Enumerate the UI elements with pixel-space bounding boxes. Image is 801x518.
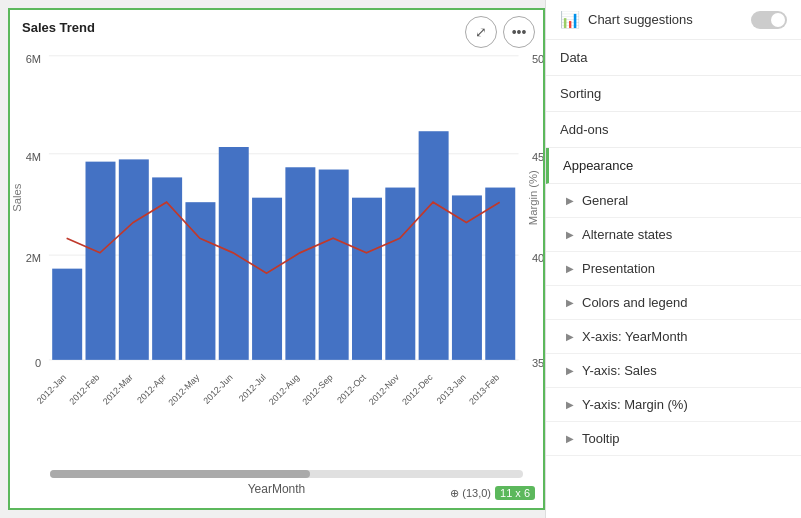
svg-text:2012-Dec: 2012-Dec [400, 372, 435, 407]
svg-text:2012-Oct: 2012-Oct [335, 372, 368, 406]
scrollbar-thumb[interactable] [50, 470, 310, 478]
svg-text:40: 40 [532, 252, 543, 264]
chart-svg-container: 6M 4M 2M 0 50 45 40 35 Sales Margin (%) [10, 40, 543, 468]
svg-text:2012-Feb: 2012-Feb [67, 372, 101, 406]
panel-header-title: Chart suggestions [588, 12, 693, 27]
svg-text:Sales: Sales [11, 183, 23, 212]
svg-rect-23 [352, 198, 382, 360]
svg-text:0: 0 [35, 357, 41, 369]
svg-rect-21 [285, 167, 315, 360]
chevron-icon: ▶ [566, 195, 574, 206]
section-item-general[interactable]: ▶ General [546, 184, 801, 218]
nav-item-sorting[interactable]: Sorting [546, 76, 801, 112]
svg-text:50: 50 [532, 52, 543, 64]
nav-item-addons[interactable]: Add-ons [546, 112, 801, 148]
chart-title: Sales Trend [22, 20, 95, 35]
svg-rect-25 [419, 131, 449, 360]
svg-rect-16 [119, 159, 149, 359]
chart-suggestions-toggle[interactable] [751, 11, 787, 29]
svg-text:2012-Nov: 2012-Nov [367, 372, 402, 407]
svg-rect-14 [52, 269, 82, 360]
svg-rect-22 [319, 170, 349, 360]
coords-badge: ⊕ (13,0) [450, 487, 491, 500]
chevron-icon: ▶ [566, 229, 574, 240]
more-icon: ••• [512, 24, 527, 40]
svg-text:35: 35 [532, 357, 543, 369]
svg-rect-20 [252, 198, 282, 360]
chart-status-bar: ⊕ (13,0) 11 x 6 [450, 486, 535, 500]
svg-rect-17 [152, 177, 182, 359]
section-item-colors-legend[interactable]: ▶ Colors and legend [546, 286, 801, 320]
svg-text:2012-Jul: 2012-Jul [237, 372, 268, 404]
section-item-y-axis-margin[interactable]: ▶ Y-axis: Margin (%) [546, 388, 801, 422]
more-options-button[interactable]: ••• [503, 16, 535, 48]
svg-text:2012-Apr: 2012-Apr [135, 372, 168, 405]
section-item-tooltip[interactable]: ▶ Tooltip [546, 422, 801, 456]
svg-text:Margin (%): Margin (%) [528, 170, 540, 225]
svg-text:2M: 2M [26, 252, 41, 264]
panel-header: 📊 Chart suggestions [546, 0, 801, 40]
svg-text:2012-Sep: 2012-Sep [300, 372, 334, 407]
chevron-icon: ▶ [566, 399, 574, 410]
chevron-icon: ▶ [566, 365, 574, 376]
svg-rect-26 [452, 195, 482, 359]
section-item-x-axis[interactable]: ▶ X-axis: YearMonth [546, 320, 801, 354]
svg-text:45: 45 [532, 150, 543, 162]
svg-rect-27 [485, 188, 515, 360]
x-axis-label: YearMonth [248, 482, 306, 496]
nav-item-data[interactable]: Data [546, 40, 801, 76]
svg-text:2012-Mar: 2012-Mar [101, 372, 135, 406]
svg-text:6M: 6M [26, 52, 41, 64]
chevron-icon: ▶ [566, 297, 574, 308]
section-item-y-axis-sales[interactable]: ▶ Y-axis: Sales [546, 354, 801, 388]
panel-header-left: 📊 Chart suggestions [560, 10, 693, 29]
expand-icon: ⤢ [475, 24, 487, 40]
svg-text:2012-May: 2012-May [166, 372, 201, 408]
scrollbar-track[interactable] [50, 470, 523, 478]
svg-rect-15 [86, 162, 116, 360]
expand-button[interactable]: ⤢ [465, 16, 497, 48]
chevron-icon: ▶ [566, 433, 574, 444]
section-item-presentation[interactable]: ▶ Presentation [546, 252, 801, 286]
bar-line-chart: 6M 4M 2M 0 50 45 40 35 Sales Margin (%) [10, 40, 543, 468]
chart-toolbar: ⤢ ••• [465, 16, 535, 48]
svg-text:2012-Jun: 2012-Jun [201, 372, 234, 406]
size-badge: 11 x 6 [495, 486, 535, 500]
svg-rect-18 [185, 202, 215, 360]
svg-text:2012-Jan: 2012-Jan [35, 372, 68, 406]
svg-text:4M: 4M [26, 150, 41, 162]
svg-text:2013-Feb: 2013-Feb [467, 372, 501, 406]
section-item-alternate-states[interactable]: ▶ Alternate states [546, 218, 801, 252]
svg-text:2012-Aug: 2012-Aug [267, 372, 301, 407]
svg-text:2013-Jan: 2013-Jan [435, 372, 468, 406]
chart-container: Sales Trend ⤢ ••• 6M 4M 2M 0 50 45 40 35… [8, 8, 545, 510]
chart-suggestions-icon: 📊 [560, 10, 580, 29]
chevron-icon: ▶ [566, 263, 574, 274]
nav-item-appearance[interactable]: Appearance [546, 148, 801, 184]
svg-rect-24 [385, 188, 415, 360]
chevron-icon: ▶ [566, 331, 574, 342]
right-panel: 📊 Chart suggestions Data Sorting Add-ons… [545, 0, 801, 518]
